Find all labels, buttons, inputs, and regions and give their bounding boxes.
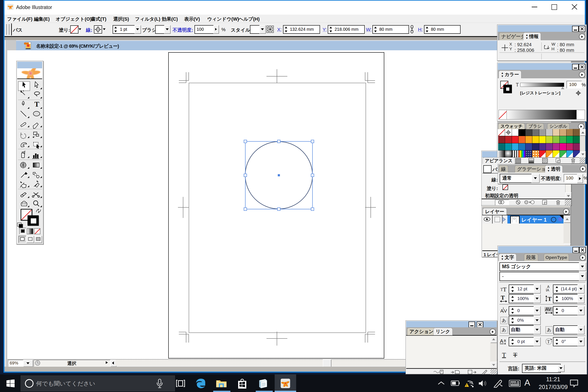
svg-text:T: T bbox=[501, 295, 505, 301]
svg-text:A: A bbox=[547, 285, 550, 289]
svg-text:A: A bbox=[500, 308, 504, 314]
svg-text:!: ! bbox=[466, 384, 467, 387]
svg-text:T: T bbox=[548, 296, 552, 302]
svg-text:A: A bbox=[500, 338, 503, 344]
svg-text:T: T bbox=[500, 287, 503, 292]
svg-text:T: T bbox=[547, 339, 550, 344]
svg-text:V: V bbox=[504, 308, 507, 314]
svg-text:T: T bbox=[503, 286, 506, 292]
svg-text:İA: İA bbox=[546, 288, 549, 292]
svg-text:a: a bbox=[504, 338, 506, 342]
svg-text:AV: AV bbox=[545, 307, 551, 312]
svg-text:T: T bbox=[34, 100, 39, 108]
